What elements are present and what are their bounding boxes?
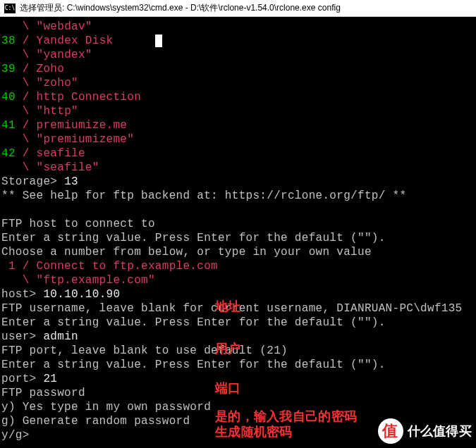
annotation-port: 端口 — [215, 380, 241, 397]
annotation-opt-g: 生成随机密码 — [215, 424, 293, 440]
storage-input[interactable]: 13 — [64, 175, 78, 188]
watermark-badge-icon: 值 — [378, 418, 403, 444]
terminal-output[interactable]: \ "webdav" 38 / Yandex Disk \ "yandex" 3… — [0, 17, 476, 448]
host-input[interactable]: 10.10.10.90 — [43, 288, 120, 301]
help-line: ** See help for ftp backend at: https://… — [1, 189, 475, 203]
window-title: 选择管理员: C:\windows\system32\cmd.exe - D:\… — [20, 2, 341, 14]
port-prompt: port> — [1, 373, 43, 385]
user-prompt: user> — [1, 330, 43, 343]
host-header: FTP host to connect to — [1, 217, 475, 231]
window-title-bar: C:\ 选择管理员: C:\windows\system32\cmd.exe -… — [0, 0, 476, 17]
annotation-address: 地址 — [215, 299, 241, 315]
annotation-user: 用户 — [215, 341, 241, 357]
storage-prompt: Storage> — [1, 175, 64, 188]
watermark-text: 什么值得买 — [408, 423, 472, 440]
text-cursor — [155, 35, 162, 47]
watermark: 值 什么值得买 — [378, 418, 472, 444]
annotation-opt-y: 是的，输入我自己的密码 — [215, 409, 357, 425]
cmd-icon: C:\ — [4, 4, 16, 13]
user-input[interactable]: admin — [43, 330, 78, 343]
host-prompt: host> — [1, 288, 43, 301]
port-input[interactable]: 21 — [43, 373, 57, 385]
